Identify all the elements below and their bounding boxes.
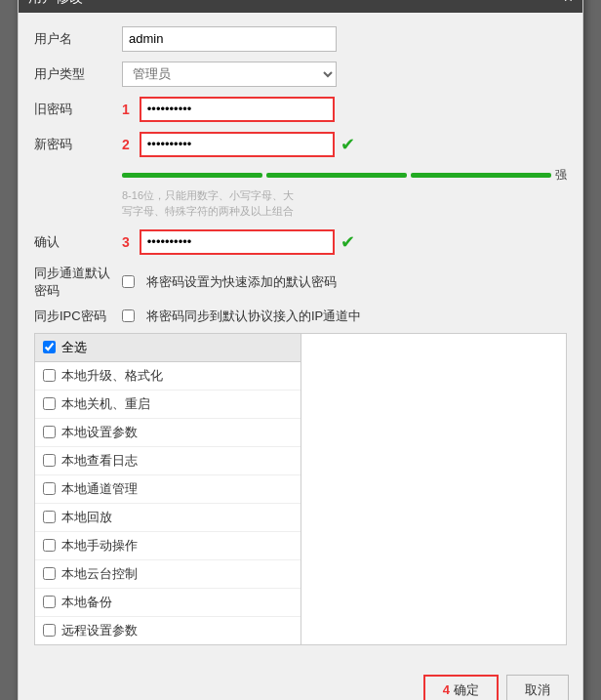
new-password-control: 2 ✔: [122, 132, 567, 157]
sync-channel-label: 同步通道默认密码: [34, 265, 122, 300]
usertype-select[interactable]: 管理员: [122, 62, 337, 87]
perm-label-9: 远程设置参数: [61, 622, 138, 639]
perm-item-6: 本地手动操作: [35, 532, 300, 560]
old-password-row: 旧密码 1: [34, 97, 567, 122]
confirm-label: 确认: [34, 233, 122, 251]
sync-channel-desc: 将密码设置为快速添加的默认密码: [146, 273, 337, 291]
perm-label-2: 本地设置参数: [61, 424, 138, 441]
dialog-title: 用户修改: [28, 0, 83, 7]
perm-checkbox-0[interactable]: [43, 369, 56, 382]
sync-ipc-label: 同步IPC密码: [34, 308, 122, 325]
perm-label-3: 本地查看日志: [61, 452, 138, 470]
confirm-number-label: 4: [443, 682, 450, 697]
permissions-container: 全选 本地升级、格式化 本地关机、重启 本地设置参数 本地查看日志: [34, 333, 567, 645]
confirm-label: 确定: [454, 682, 479, 697]
new-password-valid-icon: ✔: [341, 134, 355, 155]
perm-checkbox-3[interactable]: [43, 454, 56, 467]
perm-item-5: 本地回放: [35, 504, 300, 532]
new-password-label: 新密码: [34, 136, 122, 153]
sync-ipc-row: 同步IPC密码 将密码同步到默认协议接入的IP通道中: [34, 308, 567, 325]
perm-checkbox-1[interactable]: [43, 397, 56, 410]
strength-bar-3: [411, 173, 551, 178]
sync-ipc-desc: 将密码同步到默认协议接入的IP通道中: [146, 308, 361, 325]
dialog-body: 用户名 用户类型 管理员 旧密码 1 新密码: [19, 13, 582, 667]
perm-checkbox-9[interactable]: [43, 624, 56, 637]
new-password-number: 2: [122, 137, 130, 152]
perm-label-4: 本地通道管理: [61, 480, 138, 498]
usertype-label: 用户类型: [34, 65, 122, 83]
username-input[interactable]: [122, 26, 337, 52]
perm-label-5: 本地回放: [61, 509, 112, 526]
perm-item-9: 远程设置参数: [35, 617, 300, 644]
perm-label-8: 本地备份: [61, 594, 112, 611]
sync-channel-check-wrap: 将密码设置为快速添加的默认密码: [122, 273, 337, 291]
old-password-control: 1: [122, 97, 567, 122]
perm-item-7: 本地云台控制: [35, 560, 300, 589]
permissions-right: [301, 334, 567, 644]
perm-label-0: 本地升级、格式化: [61, 367, 163, 385]
dialog-titlebar: 用户修改 ×: [19, 0, 582, 13]
username-label: 用户名: [34, 30, 122, 48]
new-password-row: 新密码 2 ✔: [34, 132, 567, 157]
permissions-left: 全选 本地升级、格式化 本地关机、重启 本地设置参数 本地查看日志: [35, 334, 301, 644]
old-password-number: 1: [122, 102, 130, 117]
perm-item-3: 本地查看日志: [35, 447, 300, 475]
perm-item-8: 本地备份: [35, 589, 300, 617]
usertype-row: 用户类型 管理员: [34, 62, 567, 87]
perm-checkbox-5[interactable]: [43, 511, 56, 523]
perm-checkbox-6[interactable]: [43, 539, 56, 552]
new-password-input[interactable]: [140, 132, 335, 157]
username-row: 用户名: [34, 26, 567, 52]
confirm-valid-icon: ✔: [341, 231, 355, 253]
perm-checkbox-7[interactable]: [43, 567, 56, 580]
perm-item-2: 本地设置参数: [35, 419, 300, 447]
username-control: [122, 26, 567, 52]
sync-channel-row: 同步通道默认密码 将密码设置为快速添加的默认密码: [34, 265, 567, 300]
perm-checkbox-2[interactable]: [43, 426, 56, 438]
close-button[interactable]: ×: [564, 0, 573, 6]
perm-item-1: 本地关机、重启: [35, 391, 300, 419]
strength-bar-2: [266, 173, 407, 178]
sync-ipc-checkbox[interactable]: [122, 309, 135, 322]
select-all-checkbox[interactable]: [43, 341, 56, 353]
confirm-input[interactable]: [140, 229, 335, 255]
sync-channel-checkbox[interactable]: [122, 275, 135, 288]
old-password-input[interactable]: [140, 97, 335, 122]
perm-item-4: 本地通道管理: [35, 475, 300, 504]
sync-ipc-check-wrap: 将密码同步到默认协议接入的IP通道中: [122, 308, 361, 325]
password-hint: 8-16位，只能用数字、小写字母、大写字母、特殊字符的两种及以上组合: [122, 187, 567, 220]
dialog-footer: 4确定 取消: [19, 667, 582, 701]
strength-label: 强: [555, 167, 567, 184]
perm-label-1: 本地关机、重启: [61, 395, 150, 413]
strength-row: 强: [122, 167, 567, 184]
perm-label-6: 本地手动操作: [61, 537, 138, 555]
usertype-control: 管理员: [122, 62, 567, 87]
confirm-button[interactable]: 4确定: [423, 675, 499, 701]
select-all-label: 全选: [61, 339, 87, 356]
perm-select-all-row: 全选: [35, 334, 300, 362]
perm-checkbox-4[interactable]: [43, 482, 56, 495]
confirm-number: 3: [122, 234, 130, 250]
perm-label-7: 本地云台控制: [61, 565, 138, 583]
perm-checkbox-8[interactable]: [43, 596, 56, 608]
strength-bar-1: [122, 173, 262, 178]
perm-item-0: 本地升级、格式化: [35, 362, 300, 391]
confirm-row: 确认 3 ✔: [34, 229, 567, 255]
confirm-control: 3 ✔: [122, 229, 567, 255]
cancel-button[interactable]: 取消: [506, 675, 569, 701]
old-password-label: 旧密码: [34, 101, 122, 118]
user-edit-dialog: 用户修改 × 用户名 用户类型 管理员 旧密码 1: [18, 0, 583, 700]
